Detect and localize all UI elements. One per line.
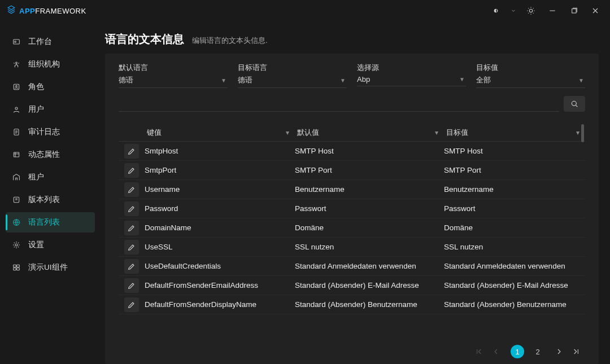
brand-logo-icon — [7, 5, 16, 16]
maximize-button[interactable] — [566, 3, 582, 19]
table-row: UsernameBenutzernameBenutzername — [119, 180, 585, 199]
filter-icon[interactable]: ▾ — [435, 129, 438, 137]
sidebar-item-label: 设置 — [28, 240, 44, 250]
sidebar-item-6[interactable]: 租户 — [6, 167, 95, 187]
cell-default: Standard (Absender) Benutzername — [295, 300, 444, 309]
sidebar-item-0[interactable]: 工作台 — [6, 32, 95, 52]
edit-button[interactable] — [124, 278, 139, 293]
user-icon — [11, 104, 21, 115]
pencil-icon — [127, 204, 136, 213]
page-last-button[interactable] — [569, 345, 583, 358]
page-number-1[interactable]: 1 — [511, 345, 524, 358]
cell-target: SMTP Port — [444, 166, 585, 174]
target-value-select[interactable]: 全部▼ — [476, 74, 585, 88]
sidebar-item-10[interactable]: 演示UI组件 — [6, 257, 95, 278]
search-row — [119, 96, 585, 112]
pencil-icon — [127, 262, 136, 271]
cell-default: Domäne — [295, 223, 444, 232]
cell-target: Standard (Absender) E-Mail Adresse — [444, 281, 585, 290]
sidebar-item-9[interactable]: 设置 — [6, 235, 95, 255]
page-next-button[interactable] — [552, 345, 566, 358]
edit-button[interactable] — [124, 163, 139, 178]
default-language-select[interactable]: 德语▼ — [119, 74, 228, 88]
cell-target: Benutzername — [444, 185, 585, 194]
page-subtitle: 编辑语言的文本头信息. — [192, 36, 268, 46]
page-prev-button[interactable] — [489, 345, 503, 358]
brand-text: APPFRAMEWORK — [19, 7, 86, 15]
edit-button[interactable] — [124, 221, 139, 235]
cell-key: DefaultFromSenderEmailAddress — [145, 281, 295, 290]
filter-label: 默认语言 — [119, 63, 228, 73]
lang-icon — [11, 217, 21, 227]
table: 键值 ▾ 默认值 ▾ 目标值 ▾ SmtpHostSMTP HostSMTP H… — [119, 124, 585, 338]
svg-rect-17 — [17, 268, 20, 270]
sidebar-item-5[interactable]: 动态属性 — [6, 144, 95, 165]
sidebar-item-7[interactable]: 版本列表 — [6, 190, 95, 210]
svg-point-0 — [494, 9, 498, 13]
minimize-button[interactable] — [544, 3, 560, 19]
sidebar-item-label: 演示UI组件 — [28, 262, 68, 273]
svg-point-8 — [15, 107, 18, 109]
pagination: 12 — [119, 338, 585, 358]
cell-target: Standard Anmeldedaten verwenden — [444, 262, 585, 270]
light-mode-button[interactable] — [523, 3, 539, 19]
page-first-button[interactable] — [472, 345, 486, 358]
column-header-key[interactable]: 键值 ▾ — [145, 128, 295, 138]
table-row: SmtpPortSMTP PortSMTP Port — [119, 161, 585, 180]
filter-icon[interactable]: ▾ — [286, 129, 289, 137]
settings-icon — [11, 240, 21, 250]
sidebar-item-3[interactable]: 用户 — [6, 99, 95, 120]
svg-rect-16 — [14, 268, 16, 270]
cell-default: Standard Anmeldedaten verwenden — [295, 262, 444, 270]
scrollbar[interactable] — [581, 124, 585, 338]
filter-default-language: 默认语言 德语▼ — [119, 63, 228, 88]
edit-button[interactable] — [124, 201, 139, 216]
svg-point-18 — [572, 101, 576, 106]
table-row: DefaultFromSenderEmailAddressStandard (A… — [119, 276, 585, 295]
close-button[interactable] — [587, 3, 603, 19]
target-language-select[interactable]: 德语▼ — [238, 74, 347, 88]
search-button[interactable] — [564, 96, 585, 112]
sidebar-item-2[interactable]: 角色 — [6, 77, 95, 97]
cell-key: SmtpHost — [145, 147, 295, 155]
table-body: SmtpHostSMTP HostSMTP HostSmtpPortSMTP P… — [119, 142, 585, 314]
table-row: UseSSLSSL nutzenSSL nutzen — [119, 238, 585, 257]
theme-menu-button[interactable] — [488, 3, 504, 19]
column-header-target[interactable]: 目标值 ▾ — [444, 128, 585, 138]
filter-icon[interactable]: ▾ — [576, 129, 580, 137]
table-row: DefaultFromSenderDisplayNameStandard (Ab… — [119, 295, 585, 314]
filter-label: 目标值 — [476, 63, 585, 73]
svg-point-4 — [15, 41, 16, 43]
pencil-icon — [127, 300, 136, 309]
cell-key: Password — [145, 204, 295, 213]
edit-button[interactable] — [124, 259, 139, 274]
column-header-default[interactable]: 默认值 ▾ — [295, 128, 444, 138]
cell-key: UseDefaultCredentials — [145, 262, 295, 270]
svg-rect-2 — [572, 9, 576, 13]
page-header: 语言的文本信息 编辑语言的文本头信息. — [105, 32, 599, 47]
chevron-down-icon: ▼ — [221, 77, 226, 84]
svg-point-5 — [16, 62, 18, 64]
edit-button[interactable] — [124, 297, 139, 312]
role-icon — [11, 82, 21, 92]
edit-button[interactable] — [124, 144, 139, 159]
filter-label: 选择源 — [357, 63, 466, 73]
edit-button[interactable] — [124, 182, 139, 197]
sidebar-item-4[interactable]: 审计日志 — [6, 122, 95, 142]
sidebar-item-8[interactable]: 语言列表 — [6, 212, 95, 233]
cell-default: SSL nutzen — [295, 243, 444, 251]
search-input[interactable] — [119, 96, 559, 112]
theme-dropdown-icon[interactable] — [509, 3, 517, 19]
source-select[interactable]: Abp▼ — [357, 74, 466, 86]
sidebar-item-label: 组织机构 — [28, 59, 60, 69]
cell-target: Standard (Absender) Benutzername — [444, 300, 585, 309]
page-number-2[interactable]: 2 — [531, 345, 544, 358]
pencil-icon — [127, 166, 136, 175]
sidebar-item-label: 租户 — [28, 172, 44, 182]
scrollbar-thumb[interactable] — [581, 124, 584, 142]
edit-button[interactable] — [124, 240, 139, 255]
demo-icon — [11, 262, 21, 273]
org-icon — [11, 59, 21, 69]
sidebar-item-label: 版本列表 — [28, 195, 60, 205]
sidebar-item-1[interactable]: 组织机构 — [6, 54, 95, 74]
